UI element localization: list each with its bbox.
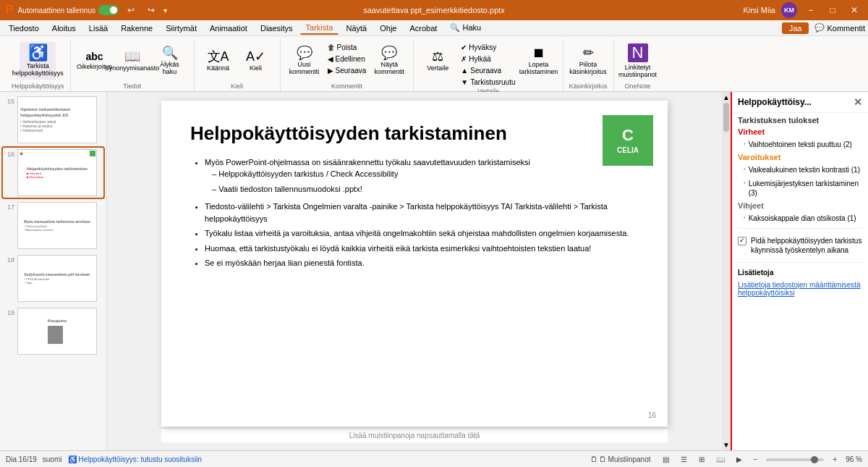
check-accessibility-button[interactable]: ♿ Tarkistahelppokäyttöisyys (20, 42, 56, 80)
menu-item-diaesitys[interactable]: Diaesitys (255, 22, 299, 34)
review-next-button[interactable]: ▲ Seuraava (457, 65, 519, 76)
menu-item-tiedosto[interactable]: Tiedosto (3, 22, 45, 34)
thesaurus-button[interactable]: 📖 Synonyymisanasto (114, 42, 150, 80)
show-comments-button[interactable]: 💬 Näytäkommentit (371, 42, 407, 80)
window-close-button[interactable]: ✕ (846, 2, 862, 18)
review-next-label: Seuraava (470, 67, 501, 75)
language-status: suomi (43, 455, 62, 463)
autosave-switch[interactable] (98, 5, 119, 15)
review-pane-button[interactable]: ▼ Tarkistusruutu (457, 77, 519, 88)
menu-item-aloitus[interactable]: Aloitus (46, 22, 82, 34)
keep-checking-row[interactable]: Pidä helppokäyttöisyyden tarkistus käynn… (732, 232, 868, 259)
slide-thumb-16[interactable]: 16 ★ Helppokäyttöisyyden tarkistaminen ■… (3, 148, 103, 198)
redo-button[interactable]: ↪ (143, 2, 159, 18)
view-outline-button[interactable]: ☰ (678, 455, 690, 464)
onenote-icon: N (628, 43, 648, 62)
translate-button[interactable]: 文A Käännä (200, 42, 237, 80)
zoom-minus-button[interactable]: − (751, 455, 761, 464)
undo-button[interactable]: ↩ (123, 2, 139, 18)
view-slideshow-button[interactable]: ▶ (733, 455, 745, 464)
accept-button[interactable]: ✔ Hyväksy (457, 42, 519, 53)
warning-item-2[interactable]: › Lukemisjärjestyksen tarkistaminen (3) (732, 177, 868, 200)
scroll-thumb[interactable] (723, 103, 729, 132)
hide-ink-button[interactable]: ✏ Piilotakäsinkirjoitus (570, 42, 606, 80)
delete-comment-button[interactable]: 🗑 Poista (324, 42, 370, 53)
menu-item-animaatiot[interactable]: Animaatiot (204, 22, 253, 34)
notes-button[interactable]: 🗒 🗒 Muistiinpanot (587, 455, 654, 464)
smart-search-button[interactable]: 🔍 Älykäs haku (152, 42, 188, 80)
view-normal-button[interactable]: ▤ (660, 455, 672, 464)
hint-item-1[interactable]: › Kaksoiskappale dian otsikosta (1) (732, 211, 868, 225)
window-maximize-button[interactable]: □ (825, 2, 841, 18)
status-bar-right: 🗒 🗒 Muistiinpanot ▤ ☰ ⊞ 📖 ▶ − + 96 % (587, 455, 862, 464)
compare-button[interactable]: ⚖ Vertaile (420, 42, 456, 80)
slide-notes[interactable]: Lisää muistiinpanoja napsauttamalla tätä (161, 428, 668, 442)
end-review-label: Lopetatarkistaminen (519, 61, 558, 75)
scroll-up-icon[interactable]: ▲ (723, 93, 730, 101)
chevron-icon-h1: › (744, 214, 746, 222)
vertical-scrollbar[interactable]: ▲ ▼ (722, 92, 731, 450)
scroll-down-icon[interactable]: ▼ (723, 441, 730, 449)
smart-search-label: Älykäs haku (153, 61, 187, 75)
spell-check-button[interactable]: abc Oikekirjoitus (77, 42, 113, 80)
view-slide-sorter-button[interactable]: ⊞ (696, 455, 707, 464)
slide-main: C CELIA Helppokäyttöisyyden tarkistamine… (107, 92, 722, 450)
warning-item-1[interactable]: › Vaikealukuinen tekstin kontrasti (1) (732, 163, 868, 177)
comments-button[interactable]: 💬 Kommentit (814, 23, 865, 33)
ribbon-buttons-onenote: N Linkitetytmuistiinpanot (620, 39, 656, 80)
menu-item-ohje[interactable]: Ohje (374, 22, 402, 34)
ribbon-buttons-comments: 💬 Uusikommentti 🗑 Poista ◀ Edellinen ▶ S… (286, 39, 408, 80)
ribbon-buttons-accessibility: ♿ Tarkistahelppokäyttöisyys (20, 39, 56, 80)
slide-thumb-18[interactable]: 18 Esityksestä saavutettava pdf tarvitaa… (3, 253, 103, 303)
slide-thumb-17[interactable]: 17 Myös manuaalista tarkistusta tarvitaa… (3, 201, 103, 251)
menu-item-haku[interactable]: 🔍 Haku (444, 22, 487, 34)
error-item-1-label: Vaihtoehtoinen teksti puuttuu (2) (749, 140, 852, 149)
panel-header: Helppokäyttöisy... ✕ (732, 92, 868, 113)
view-reading-button[interactable]: 📖 (713, 455, 728, 464)
bullet-3: Työkalu listaa virheitä ja varoituksia, … (205, 227, 639, 240)
title-bar-left: P Automaattinen tallennus ↩ ↪ ▾ (6, 2, 167, 18)
menu-item-rakenne[interactable]: Rakenne (115, 22, 158, 34)
slide-thumb-15[interactable]: 15 Opimme tarkastelemaan helppokäyttöisy… (3, 95, 103, 145)
error-item-1[interactable]: › Vaihtoehtoinen teksti puuttuu (2) (732, 138, 868, 151)
menu-item-lisaa[interactable]: Lisää (83, 22, 114, 34)
menu-item-acrobat[interactable]: Acrobat (404, 22, 443, 34)
translate-icon: 文A (208, 50, 229, 63)
more-info-link[interactable]: Lisätietoja tiedostojen määrittämisestä … (732, 279, 868, 303)
linked-notes-button[interactable]: N Linkitetytmuistiinpanot (620, 42, 656, 80)
zoom-thumb[interactable] (811, 456, 818, 463)
autosave-label: Automaattinen tallennus (18, 7, 95, 14)
panel-close-button[interactable]: ✕ (854, 96, 862, 108)
zoom-slider[interactable] (766, 458, 824, 461)
language-icon: A✓ (246, 50, 265, 63)
menu-item-nayta[interactable]: Näytä (340, 22, 373, 34)
window-minimize-button[interactable]: − (803, 2, 819, 18)
comment-nav-col: 🗑 Poista ◀ Edellinen ▶ Seuraava (324, 42, 370, 76)
review-pane-icon: ▼ (461, 78, 468, 86)
ribbon-group-label-language: Kieli (231, 83, 243, 91)
ribbon-group-language: 文A Käännä A✓ Kieli Kieli (195, 39, 281, 91)
language-button[interactable]: A✓ Kieli (238, 42, 274, 80)
share-button[interactable]: Jaa (782, 22, 809, 34)
accessibility-status[interactable]: ♿ Helppokäyttöisyys: tutustu suosituksii… (68, 455, 202, 463)
slide-preview-content-17: Myös manuaalista tarkistusta tarvitaan •… (22, 217, 93, 235)
prev-comment-button[interactable]: ◀ Edellinen (324, 54, 370, 64)
slide-preview-19: Kiasapiano (17, 308, 97, 355)
accessibility-btn-label: Tarkistahelppokäyttöisyys (12, 62, 64, 77)
filename-title: saavutettava ppt_esimerkkitiedosto.pptx (363, 6, 505, 14)
user-avatar[interactable]: KM (781, 2, 797, 18)
menu-item-siirtymat[interactable]: Siirtymät (160, 22, 203, 34)
ribbon-buttons-ink: ✏ Piilotakäsinkirjoitus (570, 39, 606, 80)
next-comment-button[interactable]: ▶ Seuraava (324, 65, 370, 76)
slide-canvas[interactable]: C CELIA Helppokäyttöisyyden tarkistamine… (161, 101, 668, 426)
end-review-button[interactable]: ⏹ Lopetatarkistaminen (521, 42, 557, 80)
menu-item-tarkista[interactable]: Tarkista (300, 22, 339, 35)
notes-label: 🗒 Muistiinpanot (599, 455, 651, 463)
keep-checking-checkbox[interactable] (738, 237, 746, 245)
zoom-plus-button[interactable]: + (830, 455, 840, 464)
new-comment-button[interactable]: 💬 Uusikommentti (286, 42, 323, 80)
slide-preview-content-18: Esityksestä saavutettava pdf tarvitaan •… (22, 270, 93, 287)
slide-preview-content-16: Helppokäyttöisyyden tarkistaminen ■ Virh… (25, 164, 90, 182)
reject-button[interactable]: ✗ Hylkää (457, 54, 519, 64)
slide-thumb-19[interactable]: 19 Kiasapiano (3, 306, 103, 356)
